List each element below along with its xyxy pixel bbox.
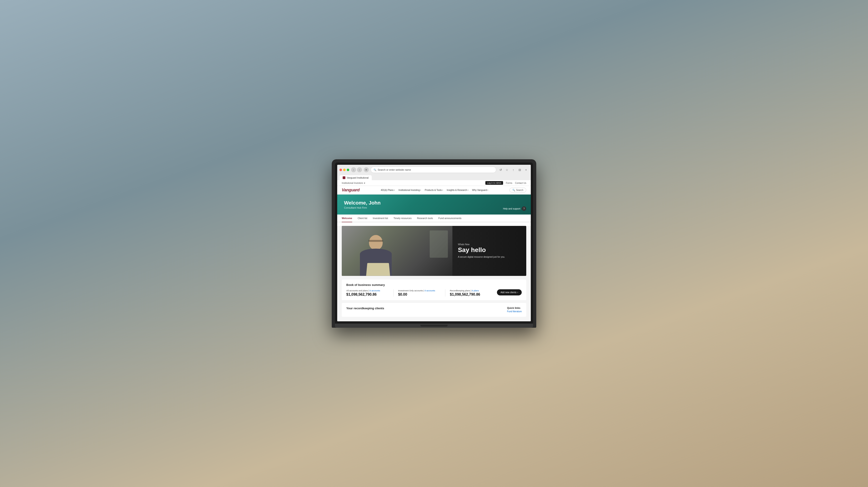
add-clients-label: Add new clients xyxy=(501,291,517,294)
audience-selector[interactable]: Institutional Investors ▾ xyxy=(342,182,365,184)
bookmark-button[interactable]: ☆ xyxy=(504,167,509,172)
help-circle-icon: ? xyxy=(522,206,526,211)
search-icon: 🔍 xyxy=(374,169,376,171)
minimize-window-button[interactable] xyxy=(343,169,346,171)
nav-links: 401(k) Plans ▾ Institutional Investing ▾… xyxy=(381,189,488,191)
forms-link[interactable]: Forms xyxy=(506,182,512,184)
audience-chevron-icon: ▾ xyxy=(364,182,365,184)
back-button[interactable]: ‹ xyxy=(351,167,356,172)
tab-fund-announcements-label: Fund announcements xyxy=(438,217,462,219)
tab-investment-list[interactable]: Investment list xyxy=(373,215,388,222)
sidebar-toggle-button[interactable]: ⊟ xyxy=(517,167,522,172)
tab-research-tools[interactable]: Research tools xyxy=(417,215,433,222)
sidebar-icon: ⊟ xyxy=(519,168,521,172)
logo-text: Vanguard xyxy=(342,188,360,192)
quick-links-title: Quick links xyxy=(507,307,522,309)
close-window-button[interactable] xyxy=(339,169,342,171)
laptop-base xyxy=(335,324,533,328)
top-bar: Institutional Investors ▾ Log in to Admi… xyxy=(337,180,531,186)
site-content: Institutional Investors ▾ Log in to Admi… xyxy=(337,180,531,321)
hero-image-card: Whats New Say hello A secure digital res… xyxy=(342,226,526,276)
fund-literature-link[interactable]: Fund literature xyxy=(507,310,522,313)
browser-top-row: ‹ › ⊞ 🔍 Search or enter website name xyxy=(339,166,529,173)
summary-divider-1 xyxy=(393,289,394,297)
nav-why-vanguard[interactable]: Why Vanguard ▾ xyxy=(472,189,488,191)
main-nav: Vanguard 401(k) Plans ▾ Institutional In… xyxy=(337,186,531,194)
new-tab-button[interactable]: + xyxy=(524,167,529,172)
quick-links-container: Quick links Fund literature xyxy=(507,307,522,313)
tab-title: Vanguard Institutional xyxy=(347,177,369,179)
back-icon: ‹ xyxy=(353,169,354,171)
refresh-icon: ↺ xyxy=(499,168,502,172)
search-button[interactable]: 🔍 Search xyxy=(509,188,526,192)
tab-client-list[interactable]: Client list xyxy=(358,215,367,222)
active-browser-tab[interactable]: Vanguard Institutional xyxy=(339,175,372,180)
add-clients-arrow-icon: › xyxy=(517,291,518,294)
login-button[interactable]: Log in to Admin xyxy=(485,181,503,185)
new-tab-icon: + xyxy=(525,168,527,172)
refresh-button[interactable]: ↺ xyxy=(498,167,503,172)
tab-view-icon: ⊞ xyxy=(365,169,367,171)
summary-row: All accounts and plans | 6 accounts $1,0… xyxy=(346,289,522,297)
investment-only-link[interactable]: 0 accounts xyxy=(425,289,435,292)
rk-section-header: Your recordkeeping clients Quick links F… xyxy=(346,307,522,313)
share-icon: ↑ xyxy=(513,168,514,172)
tab-research-tools-label: Research tools xyxy=(417,217,433,219)
whats-new-label: Whats New xyxy=(458,243,521,246)
forward-icon: › xyxy=(359,169,360,171)
browser-chrome: ‹ › ⊞ 🔍 Search or enter website name xyxy=(337,165,531,180)
nav-products-tools[interactable]: Products & Tools ▾ xyxy=(425,189,443,191)
say-hello-title: Say hello xyxy=(458,247,521,254)
summary-divider-2 xyxy=(445,289,445,297)
all-accounts-label: All accounts and plans | 6 accounts xyxy=(346,289,389,292)
nav-institutional[interactable]: Institutional Investing ▾ xyxy=(399,189,421,191)
add-clients-container: Add new clients › xyxy=(497,289,522,296)
tab-fund-announcements[interactable]: Fund announcements xyxy=(438,215,462,222)
content-area: Whats New Say hello A secure digital res… xyxy=(337,226,531,321)
hero-welcome-title: Welcome, John xyxy=(344,200,524,206)
screen-bezel: ‹ › ⊞ 🔍 Search or enter website name xyxy=(335,162,533,324)
nav-insights-chevron-icon: ▾ xyxy=(468,189,469,191)
help-support[interactable]: Help and support ? xyxy=(503,206,526,211)
recordkeeping-plans-link[interactable]: 6 plans xyxy=(472,289,479,292)
tab-welcome[interactable]: Welcome xyxy=(342,215,352,222)
laptop-screen: ‹ › ⊞ 🔍 Search or enter website name xyxy=(337,165,531,321)
nav-products-label: Products & Tools xyxy=(425,189,442,191)
maximize-window-button[interactable] xyxy=(347,169,349,171)
person-figure xyxy=(353,233,399,276)
add-new-clients-button[interactable]: Add new clients › xyxy=(497,289,522,296)
all-accounts-link[interactable]: 6 accounts xyxy=(370,289,380,292)
help-question-icon: ? xyxy=(523,208,525,210)
browser-toolbar-icons: ↺ ☆ ↑ ⊟ + xyxy=(498,167,529,172)
tab-welcome-label: Welcome xyxy=(342,217,352,219)
investment-only-label: Investment Only accounts | 0 accounts xyxy=(398,289,441,292)
summary-all-accounts: All accounts and plans | 6 accounts $1,0… xyxy=(346,289,389,297)
help-support-label: Help and support xyxy=(503,208,520,210)
all-accounts-value: $1,098,562,790.86 xyxy=(346,293,389,297)
vanguard-logo[interactable]: Vanguard xyxy=(342,188,360,192)
nav-insights[interactable]: Insights & Research ▾ xyxy=(447,189,469,191)
tab-favicon xyxy=(343,176,345,179)
nav-401k-plans[interactable]: 401(k) Plans ▾ xyxy=(381,189,395,191)
nav-products-chevron-icon: ▾ xyxy=(442,189,443,191)
forward-button[interactable]: › xyxy=(357,167,362,172)
browser-tabs: Vanguard Institutional xyxy=(339,174,529,180)
nav-institutional-label: Institutional Investing xyxy=(399,189,420,191)
audience-label: Institutional Investors xyxy=(342,182,363,184)
nav-insights-label: Insights & Research xyxy=(447,189,467,191)
contact-link[interactable]: Contact Us xyxy=(515,182,526,184)
tab-timely-resources-label: Timely resources xyxy=(394,217,412,219)
hero-image xyxy=(342,226,453,276)
tab-view-button[interactable]: ⊞ xyxy=(364,167,369,172)
hero-banner: Welcome, John Consultant Hub Firm Help a… xyxy=(337,194,531,215)
hero-firm-name: Consultant Hub Firm xyxy=(344,206,524,209)
tab-timely-resources[interactable]: Timely resources xyxy=(394,215,412,222)
share-button[interactable]: ↑ xyxy=(511,167,516,172)
nav-why-label: Why Vanguard xyxy=(472,189,487,191)
tab-client-list-label: Client list xyxy=(358,217,367,219)
address-bar[interactable]: 🔍 Search or enter website name xyxy=(371,166,496,173)
recordkeeping-section: Your recordkeeping clients Quick links F… xyxy=(342,303,526,317)
address-bar-text: Search or enter website name xyxy=(378,169,411,171)
summary-investment-only: Investment Only accounts | 0 accounts $0… xyxy=(398,289,441,297)
recordkeeping-value: $1,098,562,790.86 xyxy=(450,293,492,297)
